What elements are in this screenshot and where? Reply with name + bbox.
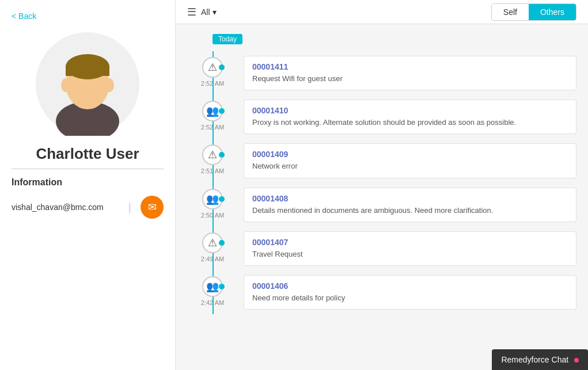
ticket-description: Travel Request [252,249,568,260]
timeline-time: 2:50 AM [201,212,224,219]
timeline-icon-alert: ⚠ [202,232,223,253]
timeline-dot [219,240,225,246]
timeline-dot [219,196,225,202]
timeline-left: ⚠ 2:51 AM [187,139,238,174]
timeline-dot [219,284,225,289]
ticket-id: 00001410 [252,106,568,115]
filter-label: All [201,7,210,17]
list-icon: ☰ [187,6,196,18]
mail-icon: ✉ [148,201,157,213]
timeline-item: 👥 2:42 AM 00001406 Need more details for… [187,270,576,314]
ticket-id: 00001406 [252,281,568,291]
timeline-time: 2:52 AM [201,124,224,131]
timeline-time: 2:49 AM [201,255,224,262]
timeline-dot [219,108,225,114]
ticket-id: 00001407 [252,238,568,247]
timeline-time: 2:52 AM [201,80,224,87]
ticket-description: Network error [252,161,568,171]
timeline-item: ⚠ 2:51 AM 00001409 Network error [187,139,576,182]
svg-point-6 [61,78,70,92]
table-row[interactable]: 00001408 Details mentioned in documents … [244,188,576,222]
avatar [36,32,139,136]
timeline-icon-alert: ⚠ [202,57,223,78]
timeline-container: Today ⚠ 2:52 AM 00001411 Request Wifi fo… [176,24,588,370]
timeline-item: ⚠ 2:52 AM 00001411 Request Wifi for gues… [187,51,576,95]
timeline-item: ⚠ 2:49 AM 00001407 Travel Request [187,227,576,270]
chat-dot [574,358,579,363]
timeline-icon-group: 👥 [202,276,223,297]
ticket-id: 00001409 [252,150,568,159]
ticket-description: Details mentioned in documents are ambig… [252,205,568,216]
timeline-list: ⚠ 2:52 AM 00001411 Request Wifi for gues… [187,51,576,314]
chat-button[interactable]: Remedyforce Chat [492,349,588,370]
timeline-dot [219,64,225,70]
divider [12,169,164,169]
user-email: vishal_chavan@bmc.com [12,203,119,212]
right-panel: ☰ All ▾ Self Others Today ⚠ 2:52 AM 0000… [176,0,588,370]
ticket-description: Need more details for policy [252,293,568,303]
table-row[interactable]: 00001407 Travel Request [244,231,576,266]
timeline-left: 👥 2:50 AM [187,183,238,219]
table-row[interactable]: 00001410 Proxy is not working. Alternate… [244,100,576,134]
today-badge: Today [213,34,242,44]
ticket-description: Proxy is not working. Alternate solution… [252,117,568,128]
timeline-left: 👥 2:52 AM [187,95,238,131]
timeline-icon-group: 👥 [202,189,223,209]
ticket-id: 00001411 [252,62,568,71]
timeline-left: ⚠ 2:49 AM [187,227,238,262]
ticket-id: 00001408 [252,194,568,203]
toggle-group: Self Others [491,3,576,21]
timeline-left: ⚠ 2:52 AM [187,51,238,87]
timeline-time: 2:51 AM [201,167,224,174]
email-button[interactable]: ✉ [141,196,164,219]
chat-label: Remedyforce Chat [501,355,568,364]
user-name: Charlotte User [36,145,139,163]
back-link[interactable]: < Back [12,12,36,21]
table-row[interactable]: 00001409 Network error [244,143,576,178]
table-row[interactable]: 00001411 Request Wifi for guest user [244,56,576,90]
filter-dropdown[interactable]: All ▾ [201,7,217,17]
left-panel: < Back Charlotte User Information vishal… [0,0,176,370]
timeline-left: 👥 2:42 AM [187,270,238,306]
timeline-item: 👥 2:52 AM 00001410 Proxy is not working.… [187,95,576,139]
svg-rect-5 [66,66,109,76]
email-row: vishal_chavan@bmc.com | ✉ [12,196,164,219]
svg-point-7 [105,78,114,92]
chevron-down-icon: ▾ [213,7,217,17]
ticket-description: Request Wifi for guest user [252,74,568,84]
timeline-time: 2:42 AM [201,299,224,306]
info-label: Information [12,177,62,188]
toggle-others-button[interactable]: Others [529,4,576,20]
timeline-dot [219,152,225,158]
timeline-icon-group: 👥 [202,101,223,121]
table-row[interactable]: 00001406 Need more details for policy [244,275,576,310]
top-bar: ☰ All ▾ Self Others [176,0,588,24]
filter-left: ☰ All ▾ [187,6,217,18]
toggle-self-button[interactable]: Self [492,4,529,20]
timeline-item: 👥 2:50 AM 00001408 Details mentioned in … [187,183,576,227]
timeline-icon-alert: ⚠ [202,144,223,165]
